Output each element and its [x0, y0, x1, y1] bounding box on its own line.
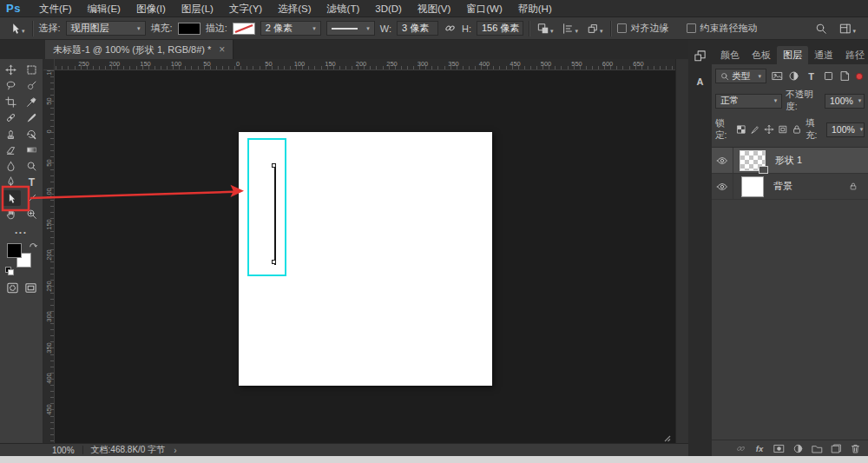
edit-toolbar-icon[interactable]: ••• [0, 228, 43, 236]
filter-adjustment-layers-icon[interactable] [788, 69, 801, 83]
panel-tab-3[interactable]: 图层 [777, 46, 808, 64]
lock-all-icon[interactable] [792, 123, 802, 136]
gradient-tool[interactable] [23, 142, 42, 158]
link-dimensions-icon[interactable] [444, 22, 457, 35]
menu-item-1[interactable]: 文件(F) [31, 0, 80, 17]
quick-mask-mode-icon[interactable] [6, 281, 19, 294]
tab-close-icon[interactable]: × [219, 45, 225, 54]
align-edges-checkbox[interactable] [617, 23, 627, 33]
vertical-line-shape[interactable] [274, 167, 276, 265]
shape-height-field[interactable]: 156 像素 [477, 21, 523, 36]
zoom-tool[interactable] [23, 207, 42, 222]
crop-tool[interactable] [2, 94, 21, 109]
lock-pixels-icon[interactable] [750, 123, 760, 136]
search-icon[interactable] [815, 23, 827, 35]
filter-pixel-layers-icon[interactable] [771, 69, 784, 83]
path-anchor-top[interactable] [272, 163, 276, 168]
vertical-ruler[interactable]: 10050050100150200250300350400450 [43, 70, 55, 443]
path-arrangement-button[interactable]: ▾ [585, 22, 605, 36]
workspace-switcher-button[interactable]: ▾ [838, 22, 858, 36]
path-anchor-bottom[interactable] [272, 260, 276, 264]
collapsed-character-panel-icon[interactable]: A [688, 71, 712, 92]
fill-dropdown[interactable]: 100% ▾ [826, 122, 865, 137]
new-layer-icon[interactable] [830, 442, 842, 454]
stroke-color-swatch[interactable] [233, 23, 255, 35]
panel-tab-1[interactable]: 颜色 [714, 46, 746, 64]
menu-item-11[interactable]: 帮助(H) [510, 0, 560, 17]
status-options-arrow[interactable]: › [174, 446, 176, 455]
filter-shape-layers-icon[interactable] [822, 69, 835, 83]
opacity-dropdown[interactable]: 100% ▾ [825, 94, 865, 109]
menu-item-2[interactable]: 编辑(E) [80, 0, 128, 17]
foreground-color-swatch[interactable] [7, 243, 22, 258]
layer-row-shape-1[interactable]: 形状 1 [712, 148, 868, 174]
lock-transparency-icon[interactable] [736, 123, 746, 136]
spot-healing-brush-tool[interactable] [2, 110, 21, 126]
brush-tool[interactable] [23, 110, 42, 126]
menu-item-10[interactable]: 窗口(W) [458, 0, 510, 17]
rectangular-marquee-tool[interactable] [23, 62, 42, 77]
menu-item-6[interactable]: 选择(S) [270, 0, 319, 17]
history-brush-tool[interactable] [23, 126, 42, 142]
constrain-path-option[interactable]: 约束路径拖动 [687, 22, 758, 35]
zoom-level-field[interactable]: 100% [52, 446, 75, 455]
constrain-path-checkbox[interactable] [687, 23, 696, 33]
move-tool[interactable] [2, 62, 21, 77]
path-operations-button[interactable]: ▾ [536, 22, 556, 36]
hand-tool[interactable] [2, 207, 21, 222]
delete-layer-icon[interactable] [849, 442, 861, 454]
resize-grip-icon[interactable] [662, 433, 671, 442]
filter-smart-objects-icon[interactable] [839, 69, 852, 83]
collapsed-libraries-panel-icon[interactable] [688, 45, 712, 66]
path-alignment-button[interactable]: ▾ [560, 22, 580, 36]
layer-effects-icon[interactable]: fx [753, 442, 766, 454]
lock-artboard-icon[interactable] [778, 123, 788, 136]
eraser-tool[interactable] [2, 142, 21, 158]
panel-tab-2[interactable]: 色板 [746, 46, 777, 64]
quick-selection-tool[interactable] [23, 78, 42, 94]
document-tab[interactable]: 未标题-1 @ 100% (形状 1, RGB/8#) * × [45, 40, 233, 59]
swap-colors-icon[interactable] [29, 241, 37, 250]
menu-item-7[interactable]: 滤镜(T) [319, 0, 368, 17]
type-tool[interactable]: T [23, 175, 42, 190]
fill-color-swatch[interactable] [178, 23, 201, 35]
menu-item-9[interactable]: 视图(V) [410, 0, 458, 17]
filter-type-dropdown[interactable]: 类型 ▾ [715, 69, 766, 83]
panel-tab-5[interactable]: 路径 [839, 46, 868, 64]
layer-visibility-toggle[interactable] [712, 174, 733, 199]
shape-width-field[interactable]: 3 像素 [397, 21, 438, 36]
lasso-tool[interactable] [2, 78, 21, 94]
filter-type-layers-icon[interactable]: T [805, 69, 818, 83]
blur-tool[interactable] [2, 158, 21, 174]
link-layers-icon[interactable] [734, 442, 746, 454]
menu-item-4[interactable]: 图层(L) [174, 0, 221, 17]
layer-name[interactable]: 形状 1 [775, 154, 802, 167]
panel-tab-4[interactable]: 通道 [808, 46, 839, 64]
lock-position-icon[interactable] [764, 123, 774, 136]
menu-item-3[interactable]: 图像(I) [128, 0, 174, 17]
layer-thumbnail[interactable] [740, 150, 766, 171]
layer-row-background[interactable]: 背景 [712, 174, 868, 200]
pen-tool[interactable] [2, 175, 21, 190]
document-canvas[interactable] [239, 132, 492, 386]
menu-item-8[interactable]: 3D(D) [367, 0, 410, 17]
stroke-width-dropdown[interactable]: 2 像素 ▾ [260, 21, 321, 36]
screen-mode-icon[interactable] [24, 281, 37, 294]
stroke-type-dropdown[interactable]: ▾ [326, 21, 375, 36]
eyedropper-tool[interactable] [23, 94, 42, 109]
layer-name[interactable]: 背景 [773, 180, 792, 193]
layer-thumbnail[interactable] [741, 176, 764, 197]
blend-mode-dropdown[interactable]: 正常 ▾ [715, 94, 782, 109]
ruler-origin-corner[interactable] [43, 59, 55, 70]
default-colors-icon[interactable] [5, 267, 13, 274]
current-tool-button[interactable]: ▾ [7, 22, 27, 36]
select-mode-dropdown[interactable]: 现用图层 ▾ [66, 21, 146, 36]
line-tool[interactable] [23, 190, 42, 206]
add-layer-mask-icon[interactable] [773, 442, 785, 454]
clone-stamp-tool[interactable] [2, 126, 21, 142]
new-group-icon[interactable] [811, 442, 823, 454]
path-selection-tool[interactable] [2, 190, 21, 206]
horizontal-ruler[interactable]: 2502001501005005010015020025030035040045… [43, 59, 675, 70]
menu-item-5[interactable]: 文字(Y) [221, 0, 270, 17]
align-edges-option[interactable]: 对齐边缘 [617, 22, 669, 35]
